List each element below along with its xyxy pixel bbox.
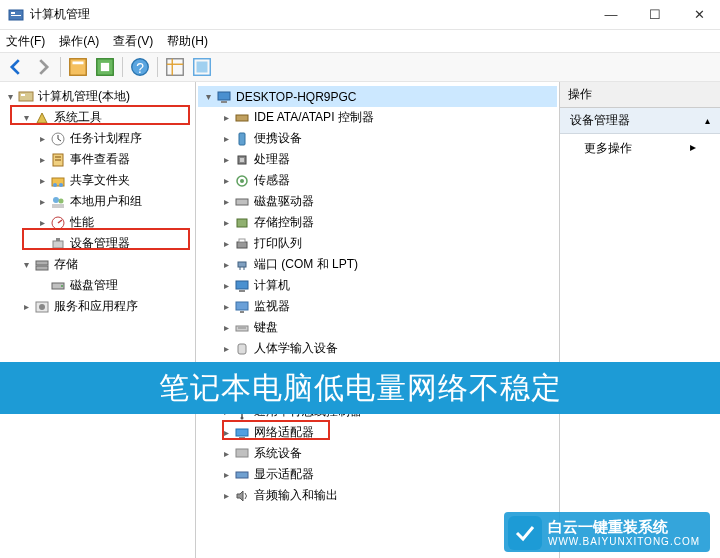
expand-icon[interactable]: ▸ <box>220 154 232 165</box>
expand-icon[interactable]: ▸ <box>220 259 232 270</box>
watermark-text: 白云一键重装系统 WWW.BAIYUNXITONG.COM <box>548 519 700 547</box>
expand-icon[interactable]: ▸ <box>220 133 232 144</box>
expand-icon[interactable]: ▸ <box>36 175 48 186</box>
svg-rect-50 <box>236 281 248 289</box>
collapse-icon[interactable]: ▾ <box>20 259 32 270</box>
device-audio[interactable]: ▸音频输入和输出 <box>198 485 557 506</box>
close-button[interactable]: ✕ <box>686 5 712 25</box>
svg-rect-6 <box>101 63 109 71</box>
view-mode-button[interactable] <box>163 55 187 79</box>
collapse-icon[interactable]: ▾ <box>20 112 32 123</box>
content-area: ▾ 计算机管理(本地) ▾ 系统工具 ▸ 任务计划程序 ▸ 事件查看器 ▸ 共享… <box>0 82 720 558</box>
expand-icon[interactable]: ▸ <box>220 175 232 186</box>
disk-icon <box>234 194 250 210</box>
svg-point-24 <box>59 198 64 203</box>
tree-root-computer-management[interactable]: ▾ 计算机管理(本地) <box>2 86 193 107</box>
expand-icon[interactable]: ▸ <box>220 112 232 123</box>
svg-rect-40 <box>240 158 244 162</box>
device-display-adapters[interactable]: ▸显示适配器 <box>198 464 557 485</box>
device-system-devices[interactable]: ▸系统设备 <box>198 443 557 464</box>
device-computer[interactable]: ▸计算机 <box>198 275 557 296</box>
system-tools-icon <box>34 110 50 126</box>
expand-icon[interactable]: ▸ <box>220 448 232 459</box>
device-root[interactable]: ▾ DESKTOP-HQR9PGC <box>198 86 557 107</box>
tree-performance[interactable]: ▸ 性能 <box>2 212 193 233</box>
device-disk-drives[interactable]: ▸磁盘驱动器 <box>198 191 557 212</box>
computer-management-icon <box>18 89 34 105</box>
device-portable[interactable]: ▸便携设备 <box>198 128 557 149</box>
expand-icon[interactable]: ▸ <box>36 133 48 144</box>
expand-icon[interactable]: ▸ <box>220 280 232 291</box>
menu-view[interactable]: 查看(V) <box>113 33 153 50</box>
svg-rect-38 <box>239 133 245 145</box>
maximize-button[interactable]: ☐ <box>642 5 668 25</box>
svg-rect-45 <box>237 242 247 248</box>
collapse-icon[interactable]: ▴ <box>705 115 710 126</box>
network-icon <box>234 425 250 441</box>
expand-icon[interactable]: ▸ <box>36 196 48 207</box>
more-actions[interactable]: 更多操作 ▸ <box>560 134 720 163</box>
device-print-queues[interactable]: ▸打印队列 <box>198 233 557 254</box>
forward-button[interactable] <box>31 55 55 79</box>
expand-icon[interactable]: ▸ <box>220 301 232 312</box>
local-users-icon <box>50 194 66 210</box>
tree-device-manager[interactable]: ▸ 设备管理器 <box>2 233 193 254</box>
expand-icon[interactable]: ▸ <box>220 196 232 207</box>
tree-task-scheduler[interactable]: ▸ 任务计划程序 <box>2 128 193 149</box>
tree-event-viewer[interactable]: ▸ 事件查看器 <box>2 149 193 170</box>
svg-rect-28 <box>56 238 60 241</box>
device-processors[interactable]: ▸处理器 <box>198 149 557 170</box>
minimize-button[interactable]: ― <box>598 5 624 25</box>
tree-label: 处理器 <box>254 151 290 168</box>
help-button[interactable]: ? <box>128 55 152 79</box>
expand-icon[interactable]: ▸ <box>220 343 232 354</box>
tree-shared-folders[interactable]: ▸ 共享文件夹 <box>2 170 193 191</box>
tree-system-tools[interactable]: ▾ 系统工具 <box>2 107 193 128</box>
expand-icon[interactable]: ▸ <box>220 427 232 438</box>
tree-local-users[interactable]: ▸ 本地用户和组 <box>2 191 193 212</box>
tree-services-apps[interactable]: ▸ 服务和应用程序 <box>2 296 193 317</box>
expand-icon[interactable]: ▸ <box>220 469 232 480</box>
device-network-adapters[interactable]: ▸网络适配器 <box>198 422 557 443</box>
app-icon <box>8 7 24 23</box>
svg-rect-61 <box>239 437 245 439</box>
collapse-icon[interactable]: ▾ <box>4 91 16 102</box>
expand-icon[interactable]: ▸ <box>36 154 48 165</box>
cpu-icon <box>234 152 250 168</box>
expand-icon[interactable]: ▸ <box>220 322 232 333</box>
tree-label: 本地用户和组 <box>70 193 142 210</box>
properties-button[interactable] <box>93 55 117 79</box>
actions-section[interactable]: 设备管理器 ▴ <box>560 108 720 134</box>
svg-rect-1 <box>11 12 15 14</box>
tree-label: 计算机 <box>254 277 290 294</box>
expand-icon[interactable]: ▸ <box>36 217 48 228</box>
left-tree-pane: ▾ 计算机管理(本地) ▾ 系统工具 ▸ 任务计划程序 ▸ 事件查看器 ▸ 共享… <box>0 82 196 558</box>
tree-disk-management[interactable]: ▸ 磁盘管理 <box>2 275 193 296</box>
tree-label: 计算机管理(本地) <box>38 88 130 105</box>
expand-icon[interactable]: ▸ <box>220 217 232 228</box>
device-ports[interactable]: ▸端口 (COM 和 LPT) <box>198 254 557 275</box>
svg-rect-53 <box>240 311 244 313</box>
device-hid[interactable]: ▸人体学输入设备 <box>198 338 557 359</box>
device-keyboards[interactable]: ▸键盘 <box>198 317 557 338</box>
svg-rect-56 <box>238 344 246 354</box>
tree-storage[interactable]: ▾ 存储 <box>2 254 193 275</box>
device-monitors[interactable]: ▸监视器 <box>198 296 557 317</box>
show-hide-button[interactable] <box>66 55 90 79</box>
storage-icon <box>34 257 50 273</box>
menu-action[interactable]: 操作(A) <box>59 33 99 50</box>
expand-icon[interactable]: ▸ <box>220 490 232 501</box>
expand-icon[interactable]: ▸ <box>220 238 232 249</box>
collapse-icon[interactable]: ▾ <box>202 91 214 102</box>
svg-rect-46 <box>239 239 245 242</box>
expand-icon[interactable]: ▸ <box>20 301 32 312</box>
device-sensors[interactable]: ▸传感器 <box>198 170 557 191</box>
toolbar-separator <box>60 57 61 77</box>
menu-help[interactable]: 帮助(H) <box>167 33 208 50</box>
filter-button[interactable] <box>190 55 214 79</box>
device-ide[interactable]: ▸IDE ATA/ATAPI 控制器 <box>198 107 557 128</box>
device-storage-controllers[interactable]: ▸存储控制器 <box>198 212 557 233</box>
back-button[interactable] <box>4 55 28 79</box>
menu-file[interactable]: 文件(F) <box>6 33 45 50</box>
tree-label: 存储 <box>54 256 78 273</box>
